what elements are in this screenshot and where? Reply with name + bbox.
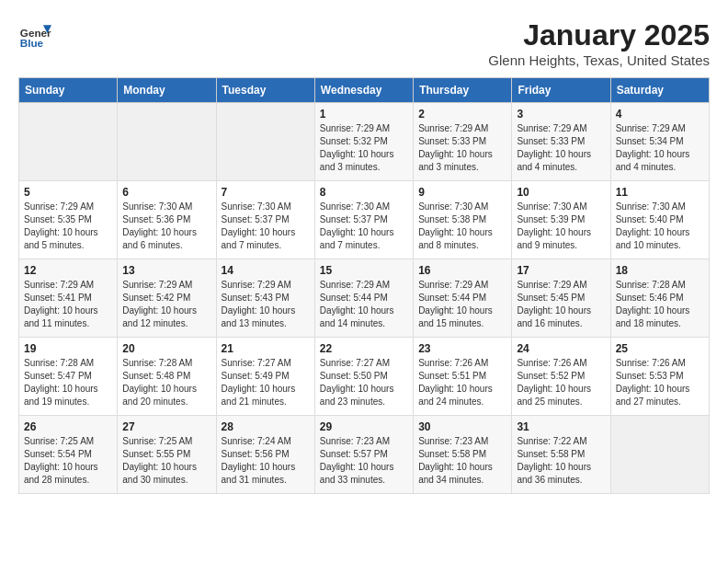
calendar-body: 1Sunrise: 7:29 AMSunset: 5:32 PMDaylight… [19,103,710,494]
day-cell: 10Sunrise: 7:30 AMSunset: 5:39 PMDayligh… [512,181,610,259]
day-cell: 11Sunrise: 7:30 AMSunset: 5:40 PMDayligh… [610,181,709,259]
day-cell: 28Sunrise: 7:24 AMSunset: 5:56 PMDayligh… [216,416,314,494]
header-wednesday: Wednesday [314,78,413,103]
day-cell: 8Sunrise: 7:30 AMSunset: 5:37 PMDaylight… [314,181,413,259]
day-number: 2 [418,108,506,121]
day-number: 5 [24,186,112,199]
day-number: 6 [122,186,210,199]
header-tuesday: Tuesday [216,78,314,103]
header-monday: Monday [118,78,216,103]
logo: General Blue [18,18,55,52]
day-cell: 29Sunrise: 7:23 AMSunset: 5:57 PMDayligh… [314,416,413,494]
day-info: Sunrise: 7:30 AMSunset: 5:36 PMDaylight:… [122,201,210,252]
calendar-subtitle: Glenn Heights, Texas, United States [488,52,710,68]
day-info: Sunrise: 7:25 AMSunset: 5:55 PMDaylight:… [122,435,210,487]
week-row-3: 12Sunrise: 7:29 AMSunset: 5:41 PMDayligh… [19,259,710,338]
day-number: 12 [24,264,112,277]
day-cell: 24Sunrise: 7:26 AMSunset: 5:52 PMDayligh… [512,338,610,416]
page-header: General Blue January 2025 Glenn Heights,… [18,18,710,68]
day-number: 8 [320,186,408,199]
day-info: Sunrise: 7:29 AMSunset: 5:33 PMDaylight:… [517,122,605,174]
week-row-5: 26Sunrise: 7:25 AMSunset: 5:54 PMDayligh… [19,416,710,494]
day-cell: 31Sunrise: 7:22 AMSunset: 5:58 PMDayligh… [512,416,610,494]
day-cell: 14Sunrise: 7:29 AMSunset: 5:43 PMDayligh… [216,259,314,338]
day-cell: 12Sunrise: 7:29 AMSunset: 5:41 PMDayligh… [19,259,118,338]
day-cell: 5Sunrise: 7:29 AMSunset: 5:35 PMDaylight… [19,181,118,259]
day-info: Sunrise: 7:29 AMSunset: 5:44 PMDaylight:… [418,279,506,330]
day-number: 7 [222,186,310,199]
day-info: Sunrise: 7:22 AMSunset: 5:58 PMDaylight:… [517,435,605,487]
logo-icon: General Blue [18,18,51,52]
day-number: 22 [320,342,408,355]
header-saturday: Saturday [610,78,709,103]
day-cell [118,103,216,181]
day-info: Sunrise: 7:29 AMSunset: 5:33 PMDaylight:… [418,122,506,174]
day-number: 17 [517,264,605,277]
day-number: 25 [616,342,704,355]
header-friday: Friday [512,78,610,103]
day-number: 24 [517,342,605,355]
day-info: Sunrise: 7:30 AMSunset: 5:39 PMDaylight:… [517,201,605,252]
day-cell [19,103,118,181]
day-number: 30 [418,420,506,433]
day-info: Sunrise: 7:27 AMSunset: 5:49 PMDaylight:… [222,357,310,408]
day-cell: 17Sunrise: 7:29 AMSunset: 5:45 PMDayligh… [512,259,610,338]
day-number: 9 [418,186,506,199]
day-cell: 21Sunrise: 7:27 AMSunset: 5:49 PMDayligh… [216,338,314,416]
day-info: Sunrise: 7:23 AMSunset: 5:57 PMDaylight:… [320,435,408,487]
day-cell: 15Sunrise: 7:29 AMSunset: 5:44 PMDayligh… [314,259,413,338]
day-cell: 19Sunrise: 7:28 AMSunset: 5:47 PMDayligh… [19,338,118,416]
day-cell: 22Sunrise: 7:27 AMSunset: 5:50 PMDayligh… [314,338,413,416]
day-number: 18 [616,264,704,277]
day-cell: 6Sunrise: 7:30 AMSunset: 5:36 PMDaylight… [118,181,216,259]
calendar-title: January 2025 [488,18,710,52]
day-number: 26 [24,420,112,433]
day-number: 1 [320,108,408,121]
day-number: 13 [122,264,210,277]
day-number: 28 [222,420,310,433]
day-number: 21 [222,342,310,355]
day-cell: 27Sunrise: 7:25 AMSunset: 5:55 PMDayligh… [118,416,216,494]
day-info: Sunrise: 7:29 AMSunset: 5:45 PMDaylight:… [517,279,605,330]
day-number: 31 [517,420,605,433]
days-header-row: Sunday Monday Tuesday Wednesday Thursday… [19,78,710,103]
day-cell: 18Sunrise: 7:28 AMSunset: 5:46 PMDayligh… [610,259,709,338]
day-number: 23 [418,342,506,355]
day-number: 19 [24,342,112,355]
day-info: Sunrise: 7:27 AMSunset: 5:50 PMDaylight:… [320,357,408,408]
day-cell [216,103,314,181]
svg-text:Blue: Blue [20,37,44,49]
day-cell: 9Sunrise: 7:30 AMSunset: 5:38 PMDaylight… [414,181,512,259]
day-info: Sunrise: 7:28 AMSunset: 5:48 PMDaylight:… [122,357,210,408]
week-row-2: 5Sunrise: 7:29 AMSunset: 5:35 PMDaylight… [19,181,710,259]
day-info: Sunrise: 7:30 AMSunset: 5:37 PMDaylight:… [320,201,408,252]
day-info: Sunrise: 7:28 AMSunset: 5:47 PMDaylight:… [24,357,112,408]
day-cell: 16Sunrise: 7:29 AMSunset: 5:44 PMDayligh… [414,259,512,338]
day-number: 16 [418,264,506,277]
day-cell: 2Sunrise: 7:29 AMSunset: 5:33 PMDaylight… [414,103,512,181]
week-row-1: 1Sunrise: 7:29 AMSunset: 5:32 PMDaylight… [19,103,710,181]
day-info: Sunrise: 7:29 AMSunset: 5:35 PMDaylight:… [24,201,112,252]
day-number: 3 [517,108,605,121]
day-number: 11 [616,186,704,199]
day-info: Sunrise: 7:29 AMSunset: 5:43 PMDaylight:… [222,279,310,330]
day-info: Sunrise: 7:29 AMSunset: 5:32 PMDaylight:… [320,122,408,174]
day-cell [610,416,709,494]
day-number: 29 [320,420,408,433]
day-info: Sunrise: 7:30 AMSunset: 5:37 PMDaylight:… [222,201,310,252]
day-info: Sunrise: 7:24 AMSunset: 5:56 PMDaylight:… [222,435,310,487]
day-number: 27 [122,420,210,433]
day-info: Sunrise: 7:25 AMSunset: 5:54 PMDaylight:… [24,435,112,487]
day-info: Sunrise: 7:26 AMSunset: 5:51 PMDaylight:… [418,357,506,408]
day-info: Sunrise: 7:26 AMSunset: 5:52 PMDaylight:… [517,357,605,408]
day-info: Sunrise: 7:30 AMSunset: 5:38 PMDaylight:… [418,201,506,252]
day-info: Sunrise: 7:30 AMSunset: 5:40 PMDaylight:… [616,201,704,252]
week-row-4: 19Sunrise: 7:28 AMSunset: 5:47 PMDayligh… [19,338,710,416]
day-number: 4 [616,108,704,121]
day-info: Sunrise: 7:29 AMSunset: 5:41 PMDaylight:… [24,279,112,330]
day-cell: 26Sunrise: 7:25 AMSunset: 5:54 PMDayligh… [19,416,118,494]
title-block: January 2025 Glenn Heights, Texas, Unite… [488,18,710,68]
day-number: 20 [122,342,210,355]
header-thursday: Thursday [414,78,512,103]
day-cell: 25Sunrise: 7:26 AMSunset: 5:53 PMDayligh… [610,338,709,416]
